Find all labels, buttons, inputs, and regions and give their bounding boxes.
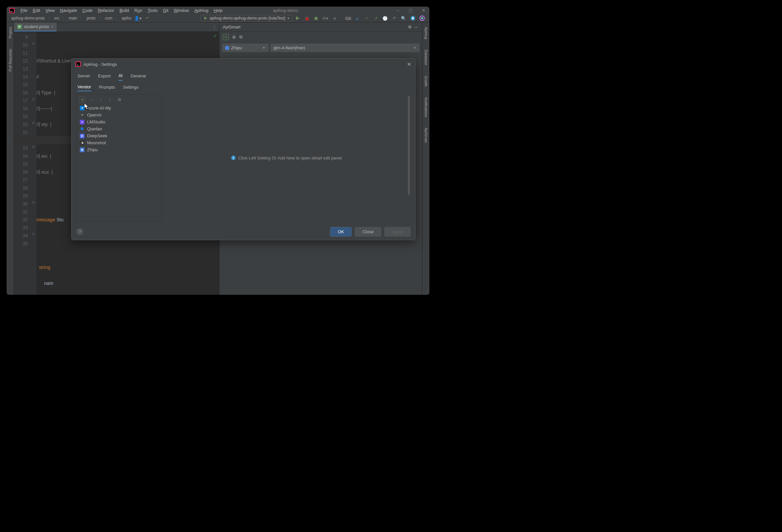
vendor-item-qianfan[interactable]: 🔵Qianfan [76,125,162,132]
coverage-button[interactable]: ⬢ [312,14,320,22]
back-arrow-icon[interactable]: ↶ [143,14,151,22]
tool-database[interactable]: Database [424,48,428,67]
tab-vendor[interactable]: Vendor [77,83,91,91]
profile-button[interactable]: ⟳▾ [321,14,329,22]
crumb[interactable]: proto [85,15,97,21]
remove-vendor-button[interactable]: − [88,97,94,103]
panel-title: ApiSmart [223,25,406,30]
svg-rect-1 [10,9,14,12]
tool-gradle[interactable]: Gradle [424,74,428,89]
main-toolbar: apihug-demo-proto〉 src〉 main〉 proto〉 com… [7,14,429,23]
crumb[interactable]: apihug-demo-proto [10,15,46,21]
menu-build[interactable]: Build [117,7,131,14]
titlebar: File Edit View Navigate Code Refactor Bu… [7,7,429,14]
user-icon[interactable]: 👤▾ [134,14,142,22]
tool-apihug[interactable]: ApiHug [424,25,428,41]
copy-vendor-button[interactable]: ⧉ [116,97,122,103]
vendor-panel: ＋ − ↑ ↓ ⧉ ⊞Azure-AI-My ✱OpenAi ●LMStudio… [76,94,162,221]
maximize-button[interactable]: ▢ [407,7,414,14]
main-menu: File Edit View Navigate Code Refactor Bu… [19,7,224,14]
stop-button[interactable]: ■ [331,14,339,22]
vendor-item-moonshot[interactable]: ◑Moonshot [76,139,162,146]
new-chat-icon[interactable]: N [223,34,229,40]
close-button[interactable]: ✕ [421,7,427,14]
vendor-item-deepseek[interactable]: ◐DeepSeek [76,132,162,139]
menu-git[interactable]: Git [161,7,171,14]
menu-file[interactable]: File [19,7,30,14]
moonshot-icon: ◑ [80,141,84,145]
tab; prompts[interactable]: Prompts [99,83,115,91]
tab-server[interactable]: Server [77,72,90,80]
tab-general[interactable]: General [131,72,146,80]
crumb[interactable]: main [67,15,78,21]
tab-export[interactable]: Export [98,72,111,80]
close-button[interactable]: Close [355,227,381,236]
file-tab[interactable]: P student.proto × [14,23,57,31]
panel-settings-icon[interactable]: ⚙ [406,25,413,30]
menu-navigate[interactable]: Navigate [58,7,79,14]
search-icon[interactable]: 🔍 [400,14,407,22]
line-numbers: 9101112131415161718192021222324252627282… [14,32,31,295]
ok-button[interactable]: OK [330,227,352,236]
run-config-select[interactable]: apihug-demo:apihug-demo-proto [kolaTest]… [201,15,292,22]
crumb[interactable]: src [52,15,61,21]
vendor-item-azure[interactable]: ⊞Azure-AI-My [76,105,162,112]
run-button[interactable] [294,14,301,22]
window-controls: ─ ▢ ✕ [395,7,427,14]
azure-icon: ⊞ [80,106,84,111]
dialog-close-icon[interactable]: ✕ [407,61,411,68]
menu-view[interactable]: View [43,7,57,14]
menu-edit[interactable]: Edit [31,7,42,14]
move-up-button[interactable]: ↑ [98,97,104,103]
dialog-scrollbar[interactable] [408,96,410,195]
git-history-icon[interactable]: 🕐 [381,14,389,22]
menu-run[interactable]: Run [133,7,144,14]
close-tab-icon[interactable]: × [51,24,54,29]
menu-window[interactable]: Window [172,7,191,14]
vendor-item-openai[interactable]: ✱OpenAi [76,112,162,118]
vendor-toolbar: ＋ − ↑ ↓ ⧉ [76,94,162,105]
panel-hide-icon[interactable]: ─ [413,25,419,30]
crumb[interactable]: apihu [120,15,133,21]
run-small-icon [204,16,208,20]
tool-notifications[interactable]: Notifications [424,95,428,119]
git-push-icon[interactable]: ↗ [372,14,380,22]
menu-apihug[interactable]: ApiHug [192,7,211,14]
tool-project[interactable]: Project [8,25,12,40]
dialog-title: ApiHug - Settings [83,62,117,67]
tool-pullrequests[interactable]: Pull Requests [8,47,12,73]
vendor-select[interactable]: Zhipu ▼ [222,44,269,52]
git-commit-icon[interactable]: ✓ [362,14,370,22]
debug-button[interactable]: 🐞 [303,14,311,22]
apihug-icon[interactable] [418,14,426,22]
vendor-item-zhipu[interactable]: ◆Zhipu [76,146,162,153]
tab-settings[interactable]: Settings [123,83,139,91]
settings-sync-icon[interactable] [409,14,417,22]
fold-gutter: ⊟ ⊟ ⊟ ⊟ ⊟ ⊟ [31,32,36,295]
tab-menu-icon[interactable]: ⋮ [210,25,219,30]
apply-button[interactable]: Apply [384,227,411,236]
copy-icon[interactable]: ⧉ [239,34,242,40]
menu-refactor[interactable]: Refactor [96,7,116,14]
menu-tools[interactable]: Tools [146,7,159,14]
breadcrumb[interactable]: apihug-demo-proto〉 src〉 main〉 proto〉 com… [10,15,133,21]
crumb[interactable]: com [104,15,114,21]
menu-help[interactable]: Help [212,7,225,14]
tool-apismart[interactable]: ApiSmart [424,126,428,145]
tab-ai[interactable]: AI [118,71,122,81]
git-update-icon[interactable]: ↙ [353,14,361,22]
model-select-value: glm-4-flash(free) [274,45,305,50]
vendor-list: ⊞Azure-AI-My ✱OpenAi ●LMStudio 🔵Qianfan … [76,105,162,221]
menu-code[interactable]: Code [80,7,95,14]
move-down-button[interactable]: ↓ [107,97,113,103]
vendor-item-lmstudio[interactable]: ●LMStudio [76,118,162,125]
intellij-logo-icon [9,8,14,13]
help-button[interactable]: ? [76,228,83,235]
chat-settings-icon[interactable]: ⚙ [232,35,236,40]
model-select[interactable]: glm-4-flash(free) ▼ [271,44,420,52]
minimize-button[interactable]: ─ [395,7,401,14]
add-vendor-button[interactable]: ＋ [79,97,85,103]
git-rollback-icon[interactable]: ↶ [390,14,398,22]
inspection-ok-icon[interactable]: ✓ [213,33,217,38]
openai-icon: ✱ [80,113,84,117]
